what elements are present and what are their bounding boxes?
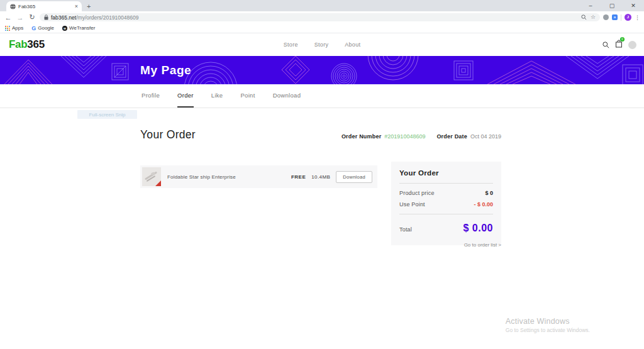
cart-badge: 0 <box>620 37 625 42</box>
browser-titlebar: Fab365 × + – ▢ ✕ <box>0 0 644 11</box>
user-avatar[interactable] <box>628 41 636 49</box>
use-point-label: Use Point <box>399 201 425 208</box>
bookmark-google[interactable]: G Google <box>31 25 54 31</box>
forward-icon[interactable]: → <box>16 14 25 21</box>
item-file-size: 10.4MB <box>311 174 330 180</box>
order-date-value: Oct 04 2019 <box>470 133 501 140</box>
page-title: My Page <box>140 64 191 77</box>
go-to-order-list-link[interactable]: Go to order list > <box>391 242 501 248</box>
order-number: Order Number#201910048609 <box>341 133 426 140</box>
tab-title: Fab365 <box>18 4 72 9</box>
bookmark-apps[interactable]: Apps <box>5 25 23 31</box>
order-number-label: Order Number <box>341 133 381 140</box>
google-g-icon: G <box>31 25 36 31</box>
order-summary-card: Your Order Product price $ 0 Use Point -… <box>391 162 501 245</box>
bookmark-apps-label: Apps <box>12 25 23 31</box>
lock-icon <box>44 14 48 20</box>
summary-divider-2 <box>399 214 493 214</box>
tab-point[interactable]: Point <box>240 84 255 108</box>
browser-profile-avatar[interactable]: J <box>625 14 631 21</box>
item-thumbnail <box>142 167 161 186</box>
order-item-row: Foldable Star ship Enterprise FREE 10.4M… <box>140 165 377 188</box>
fullscreen-snip-tooltip: Full-screen Snip <box>77 110 137 119</box>
tab-close-icon[interactable]: × <box>75 4 78 9</box>
bookmark-wetransfer-label: WeTransfer <box>69 25 95 31</box>
banner-decoration <box>0 56 644 84</box>
item-price: FREE <box>291 174 306 180</box>
nav-about[interactable]: About <box>345 42 360 48</box>
tab-download[interactable]: Download <box>273 84 301 108</box>
bookmark-star-icon[interactable]: ☆ <box>591 14 596 20</box>
back-icon[interactable]: ← <box>4 14 13 21</box>
tab-like[interactable]: Like <box>211 84 223 108</box>
url-domain: fab365.net <box>51 14 76 21</box>
bookmarks-bar: Apps G Google w WeTransfer <box>0 23 644 33</box>
watermark-line2: Go to Settings to activate Windows. <box>506 327 590 333</box>
search-icon[interactable] <box>602 42 609 48</box>
logo-365: 365 <box>27 38 44 50</box>
item-name: Foldable Star ship Enterprise <box>167 174 236 180</box>
extension-icon[interactable] <box>603 14 609 20</box>
bookmark-wetransfer[interactable]: w WeTransfer <box>62 25 95 31</box>
translate-extension-icon[interactable]: a <box>612 14 618 20</box>
window-minimize-button[interactable]: – <box>580 0 601 11</box>
chrome-menu-icon[interactable]: ⋮ <box>635 14 640 21</box>
my-page-tabnav: Profile Order Like Point Download <box>0 84 644 108</box>
browser-toolbar: ← → ↻ fab365.net/my/orders/201910048609 … <box>0 11 644 23</box>
toolbar-divider <box>621 14 621 21</box>
site-header: Fab365 Store Story About 0 <box>0 33 644 56</box>
site-favicon-globe-icon <box>10 4 16 9</box>
main-nav: Store Story About <box>284 42 361 48</box>
summary-title: Your Order <box>399 169 493 177</box>
tab-order[interactable]: Order <box>177 84 194 108</box>
url-path: /my/orders/201910048609 <box>76 14 138 21</box>
thumbnail-corner-badge <box>155 180 161 186</box>
browser-tab[interactable]: Fab365 × <box>6 1 82 11</box>
wetransfer-icon: w <box>62 26 67 31</box>
order-date: Order DateOct 04 2019 <box>436 133 501 140</box>
order-heading: Your Order <box>140 128 196 141</box>
apps-grid-icon <box>5 26 10 31</box>
logo-fab: Fab <box>9 38 27 50</box>
download-button[interactable]: Download <box>336 171 372 183</box>
url-text: fab365.net/my/orders/201910048609 <box>51 14 138 21</box>
nav-story[interactable]: Story <box>314 42 329 48</box>
window-close-button[interactable]: ✕ <box>623 0 644 11</box>
nav-store[interactable]: Store <box>284 42 298 48</box>
new-tab-button[interactable]: + <box>87 3 91 10</box>
total-label: Total <box>399 226 412 233</box>
cart-button[interactable]: 0 <box>615 39 623 50</box>
order-detail-content: Full-screen Snip Your Order Order Number… <box>0 108 644 348</box>
product-price-value: $ 0 <box>485 190 493 196</box>
tab-profile[interactable]: Profile <box>142 84 160 108</box>
url-bar[interactable]: fab365.net/my/orders/201910048609 ☆ <box>40 13 600 21</box>
omnibox-zoom-icon[interactable] <box>581 14 587 20</box>
total-value: $ 0.00 <box>464 223 493 234</box>
order-number-value: #201910048609 <box>384 133 425 140</box>
bookmark-google-label: Google <box>38 25 54 31</box>
product-price-label: Product price <box>399 190 435 196</box>
watermark-line1: Activate Windows <box>506 317 590 326</box>
my-page-banner: My Page <box>0 56 644 84</box>
fab365-logo[interactable]: Fab365 <box>9 38 45 51</box>
summary-divider <box>399 183 493 184</box>
reload-icon[interactable]: ↻ <box>28 13 36 21</box>
window-maximize-button[interactable]: ▢ <box>601 0 623 11</box>
order-date-label: Order Date <box>436 133 467 140</box>
activate-windows-watermark: Activate Windows Go to Settings to activ… <box>506 317 590 333</box>
use-point-value: - $ 0.00 <box>474 201 493 208</box>
order-meta: Order Number#201910048609 Order DateOct … <box>341 133 501 140</box>
